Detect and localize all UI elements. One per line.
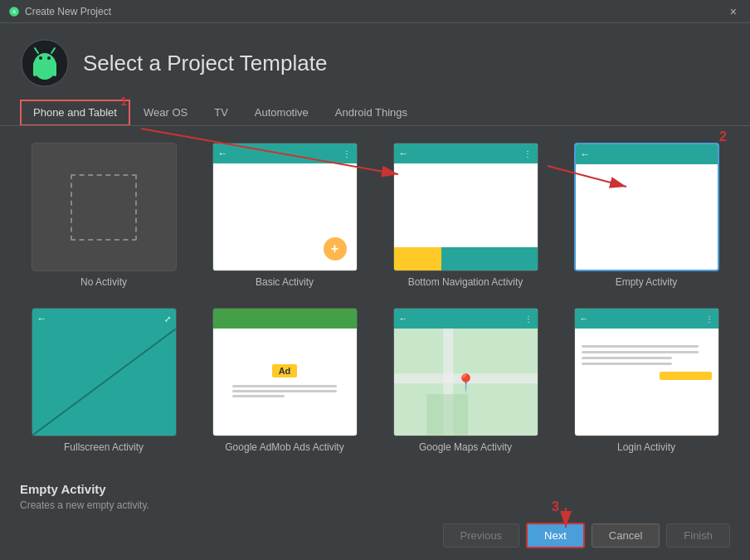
dialog: A Create New Project × Select a Project … <box>0 0 750 560</box>
empty-activity-illustration: ← <box>576 144 718 270</box>
template-empty-activity[interactable]: ← Empty Activity 2 <box>562 139 730 291</box>
template-label-no-activity: No Activity <box>80 276 127 288</box>
template-label-login: Login Activity <box>617 441 675 453</box>
annotation-3: 3 <box>552 499 559 514</box>
annotation-2: 2 <box>719 129 727 144</box>
cancel-button[interactable]: Cancel <box>592 523 660 548</box>
template-preview-fullscreen: ← ⤢ <box>32 308 177 436</box>
basic-activity-illustration: ← ⋮ + <box>213 144 357 270</box>
finish-button[interactable]: Finish <box>666 523 730 548</box>
close-button[interactable]: × <box>725 3 742 20</box>
svg-rect-10 <box>33 68 37 76</box>
tab-tv[interactable]: TV <box>201 100 241 125</box>
tab-android-things[interactable]: Android Things <box>322 100 421 125</box>
tab-wear-os[interactable]: Wear OS <box>130 100 201 125</box>
template-label-admob: Google AdMob Ads Activity <box>225 441 343 453</box>
android-logo <box>20 38 70 88</box>
android-studio-icon: A <box>8 6 20 17</box>
admob-illustration: Ad <box>213 309 357 436</box>
next-button[interactable]: Next <box>526 523 585 548</box>
templates-content: No Activity ← ⋮ + Basic Activity <box>0 126 750 474</box>
selected-template-info: Empty Activity Creates a new empty activ… <box>0 474 750 516</box>
svg-rect-16 <box>426 394 467 435</box>
template-no-activity[interactable]: No Activity <box>20 139 188 291</box>
footer: Previous 3 Next Cancel Finish <box>0 516 750 560</box>
template-label-empty: Empty Activity <box>616 276 678 288</box>
template-admob[interactable]: Ad Google AdMob Ads Activity <box>201 304 368 456</box>
template-preview-admob: Ad <box>212 308 358 436</box>
svg-line-12 <box>32 329 176 436</box>
header: Select a Project Template <box>0 23 750 100</box>
templates-grid: No Activity ← ⋮ + Basic Activity <box>20 139 730 456</box>
template-basic-activity[interactable]: ← ⋮ + Basic Activity <box>201 139 368 291</box>
maps-illustration: ← ⋮ 📍 <box>394 309 538 436</box>
template-preview-empty: ← <box>574 143 719 271</box>
selected-description: Creates a new empty activity. <box>20 499 730 511</box>
template-maps[interactable]: ← ⋮ 📍 <box>382 304 549 456</box>
template-label-basic: Basic Activity <box>256 276 314 288</box>
login-illustration: ← ⋮ <box>575 309 718 436</box>
svg-point-7 <box>47 56 51 60</box>
template-preview-login: ← ⋮ <box>574 308 719 436</box>
template-bottom-nav[interactable]: ← ⋮ Bottom Navigation Activity <box>382 139 549 291</box>
previous-button[interactable]: Previous <box>443 523 520 548</box>
template-login[interactable]: ← ⋮ Login Activity <box>562 304 730 456</box>
no-activity-illustration <box>32 144 176 270</box>
page-title: Select a Project Template <box>83 51 327 76</box>
template-preview-maps: ← ⋮ 📍 <box>393 308 538 436</box>
template-label-maps: Google Maps Activity <box>419 441 512 453</box>
svg-rect-11 <box>53 68 56 76</box>
template-preview-bottom-nav: ← ⋮ <box>393 143 538 271</box>
template-fullscreen[interactable]: ← ⤢ Fullscreen Activity <box>20 304 188 456</box>
tab-phone-tablet[interactable]: Phone and Tablet 1 <box>20 100 130 125</box>
template-label-fullscreen: Fullscreen Activity <box>64 441 144 453</box>
tabs-container: Phone and Tablet 1 Wear OS TV Automotive… <box>0 100 750 126</box>
svg-point-6 <box>39 56 42 60</box>
titlebar: A Create New Project × <box>0 0 750 23</box>
selected-title: Empty Activity <box>20 482 730 496</box>
dashed-placeholder <box>71 174 137 241</box>
template-preview-no-activity <box>32 143 177 271</box>
fullscreen-illustration: ← ⤢ <box>32 309 176 436</box>
svg-rect-5 <box>37 55 53 68</box>
titlebar-title: Create New Project <box>25 6 725 17</box>
bottom-nav-illustration: ← ⋮ <box>394 144 538 270</box>
template-label-bottom-nav: Bottom Navigation Activity <box>408 276 524 288</box>
template-preview-basic: ← ⋮ + <box>212 143 358 271</box>
tab-automotive[interactable]: Automotive <box>241 100 322 125</box>
